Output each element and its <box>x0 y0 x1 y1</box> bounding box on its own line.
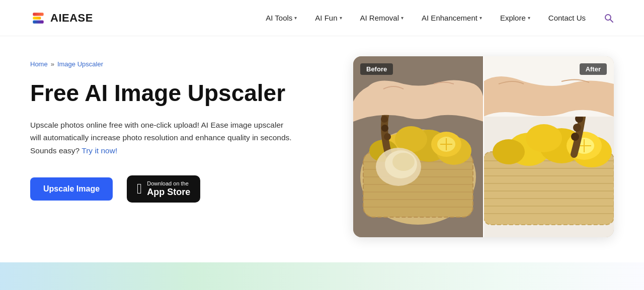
search-icon <box>604 13 614 23</box>
breadcrumb: Home » Image Upscaler <box>30 60 322 68</box>
svg-rect-1 <box>33 13 43 16</box>
chevron-down-icon: ▾ <box>479 15 482 21</box>
chevron-down-icon: ▾ <box>401 15 404 21</box>
breadcrumb-separator: » <box>51 60 54 68</box>
main-nav: AI Tools ▾ AI Fun ▾ AI Removal ▾ AI Enha… <box>266 13 614 23</box>
logo-link[interactable]: AIEASE <box>30 10 93 26</box>
before-panel <box>353 56 484 237</box>
appstore-line1: Download on the <box>147 180 190 187</box>
hero-title: Free AI Image Upscaler <box>30 80 322 107</box>
right-column: Before After <box>342 52 614 237</box>
before-image <box>353 56 484 237</box>
svg-point-49 <box>526 124 562 152</box>
nav-explore[interactable]: Explore ▾ <box>500 14 530 22</box>
svg-point-55 <box>573 124 581 132</box>
header: AIEASE AI Tools ▾ AI Fun ▾ AI Removal ▾ … <box>0 0 644 36</box>
bottom-gradient-decoration <box>0 262 644 290</box>
main-content: Home » Image Upscaler Free AI Image Upsc… <box>0 36 644 290</box>
svg-point-54 <box>571 133 579 141</box>
hero-description: Upscale photos online free with one-clic… <box>30 119 292 157</box>
compare-divider <box>483 56 484 237</box>
appstore-text: Download on the App Store <box>147 180 190 198</box>
app-store-button[interactable]:  Download on the App Store <box>127 175 200 203</box>
svg-point-26 <box>384 133 391 140</box>
after-image <box>484 56 614 237</box>
breadcrumb-current: Image Upscaler <box>57 60 103 68</box>
left-column: Home » Image Upscaler Free AI Image Upsc… <box>30 52 322 203</box>
nav-contact-us[interactable]: Contact Us <box>548 14 586 22</box>
upscale-image-button[interactable]: Upscale Image <box>30 177 113 201</box>
nav-ai-removal[interactable]: AI Removal ▾ <box>360 14 404 22</box>
nav-ai-enhancement[interactable]: AI Enhancement ▾ <box>422 14 482 22</box>
image-compare: Before After <box>353 56 614 237</box>
svg-rect-2 <box>33 17 41 19</box>
svg-point-33 <box>392 153 415 171</box>
nav-ai-fun[interactable]: AI Fun ▾ <box>315 14 342 22</box>
svg-rect-3 <box>33 20 43 23</box>
search-button[interactable] <box>604 13 614 23</box>
cta-buttons: Upscale Image  Download on the App Stor… <box>30 175 322 203</box>
breadcrumb-home[interactable]: Home <box>30 60 48 68</box>
logo-icon <box>30 10 46 26</box>
svg-line-5 <box>610 20 613 22</box>
nav-ai-tools[interactable]: AI Tools ▾ <box>266 14 297 22</box>
before-badge: Before <box>360 63 393 75</box>
chevron-down-icon: ▾ <box>340 15 342 21</box>
try-it-now-link[interactable]: Try it now! <box>82 146 117 155</box>
appstore-line2: App Store <box>147 187 190 198</box>
chevron-down-icon: ▾ <box>294 15 297 21</box>
chevron-down-icon: ▾ <box>528 15 530 21</box>
after-badge: After <box>580 63 607 75</box>
apple-icon:  <box>137 182 142 196</box>
svg-point-27 <box>381 125 388 132</box>
svg-point-28 <box>381 116 388 123</box>
svg-point-48 <box>493 139 525 164</box>
logo-text: AIEASE <box>50 12 93 25</box>
after-panel <box>484 56 614 237</box>
